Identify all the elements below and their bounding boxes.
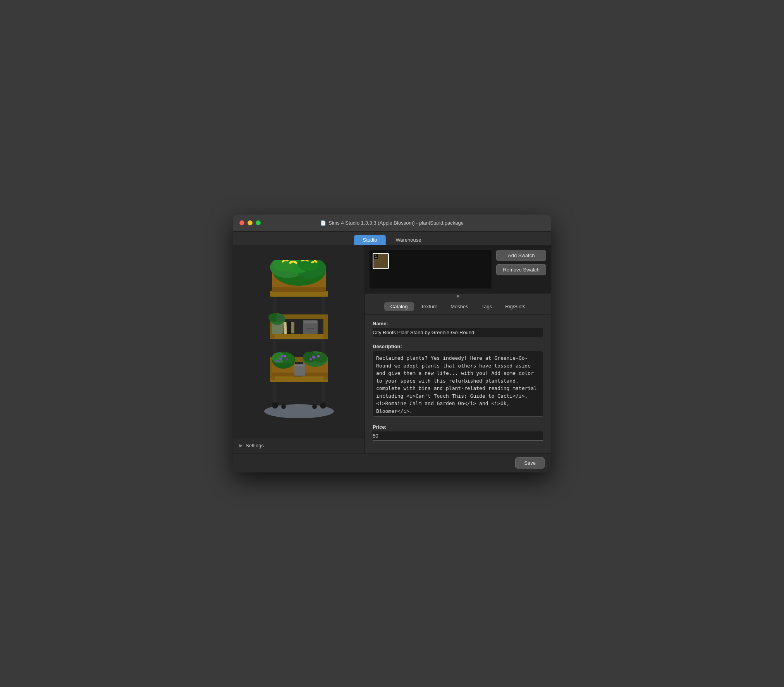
svg-point-57 bbox=[292, 261, 294, 263]
svg-point-19 bbox=[281, 355, 283, 357]
swatch-container: 1 bbox=[370, 250, 492, 289]
svg-point-17 bbox=[279, 357, 282, 361]
tab-tags[interactable]: Tags bbox=[475, 302, 498, 311]
svg-point-4 bbox=[272, 402, 278, 409]
svg-rect-41 bbox=[307, 328, 315, 329]
settings-footer[interactable]: ▶ Settings bbox=[233, 438, 364, 453]
swatch-area: 1 Add Swatch Remove Swatch bbox=[365, 245, 551, 294]
scroll-indicator bbox=[365, 294, 551, 299]
svg-point-66 bbox=[313, 261, 315, 263]
minimize-button[interactable] bbox=[248, 220, 253, 225]
scroll-dot bbox=[457, 295, 459, 297]
description-group: Description: Reclaimed plants? Yes indee… bbox=[373, 344, 543, 418]
svg-point-29 bbox=[309, 358, 312, 361]
bottom-bar: Save bbox=[233, 453, 551, 472]
name-group: Name: bbox=[373, 321, 543, 337]
preview-area bbox=[233, 245, 364, 438]
description-label: Description: bbox=[373, 344, 543, 349]
svg-point-20 bbox=[285, 358, 288, 361]
tab-rig-slots[interactable]: Rig/Slots bbox=[499, 302, 531, 311]
app-window: 📄 Sims 4 Studio 1.3.3.3 (Apple Blossom) … bbox=[233, 215, 551, 472]
main-tab-bar: Studio Warehouse bbox=[233, 232, 551, 245]
svg-rect-32 bbox=[270, 334, 328, 339]
svg-point-28 bbox=[317, 355, 320, 357]
svg-point-7 bbox=[312, 404, 317, 409]
tab-catalog[interactable]: Catalog bbox=[384, 302, 414, 311]
form-content: Name: Description: Reclaimed plants? Yes… bbox=[365, 314, 551, 453]
svg-rect-46 bbox=[270, 291, 328, 297]
name-label: Name: bbox=[373, 321, 543, 326]
remove-swatch-button[interactable]: Remove Swatch bbox=[496, 264, 546, 275]
close-button[interactable] bbox=[239, 220, 244, 225]
chevron-right-icon: ▶ bbox=[239, 443, 242, 448]
save-button[interactable]: Save bbox=[515, 457, 545, 469]
svg-rect-37 bbox=[287, 321, 291, 333]
settings-label: Settings bbox=[246, 443, 264, 448]
svg-point-5 bbox=[320, 402, 326, 409]
tab-meshes[interactable]: Meshes bbox=[444, 302, 475, 311]
plant-stand-preview bbox=[253, 260, 346, 423]
svg-rect-40 bbox=[304, 321, 317, 323]
svg-point-18 bbox=[284, 355, 286, 357]
svg-rect-8 bbox=[270, 376, 328, 382]
svg-rect-35 bbox=[323, 314, 328, 338]
price-label: Price: bbox=[373, 424, 543, 430]
maximize-button[interactable] bbox=[256, 220, 261, 225]
svg-point-16 bbox=[282, 354, 294, 363]
left-panel: ▶ Settings bbox=[233, 245, 365, 453]
svg-rect-1 bbox=[273, 287, 277, 407]
svg-point-6 bbox=[281, 404, 286, 409]
price-input[interactable] bbox=[373, 431, 543, 441]
svg-rect-13 bbox=[272, 373, 295, 376]
window-title: 📄 Sims 4 Studio 1.3.3.3 (Apple Blossom) … bbox=[320, 220, 464, 226]
svg-rect-38 bbox=[291, 322, 294, 333]
tab-texture[interactable]: Texture bbox=[415, 302, 444, 311]
right-panel: 1 Add Swatch Remove Swatch Catalog Textu… bbox=[365, 245, 551, 453]
svg-rect-31 bbox=[295, 365, 304, 366]
price-group: Price: bbox=[373, 424, 543, 441]
tab-warehouse[interactable]: Warehouse bbox=[387, 235, 430, 245]
swatch-buttons: Add Swatch Remove Swatch bbox=[496, 250, 546, 275]
svg-point-21 bbox=[276, 360, 279, 362]
svg-point-27 bbox=[312, 356, 315, 359]
svg-rect-2 bbox=[322, 287, 325, 407]
name-input[interactable] bbox=[373, 328, 543, 337]
tab-studio[interactable]: Studio bbox=[354, 235, 386, 245]
description-textarea[interactable]: Reclaimed plants? Yes indeedy! Here at G… bbox=[373, 351, 543, 417]
swatch-number: 1 bbox=[374, 254, 378, 259]
svg-rect-48 bbox=[272, 287, 326, 292]
main-content: ▶ Settings 1 Add Swatch Remove Swatch bbox=[233, 245, 551, 453]
swatch-item[interactable]: 1 bbox=[373, 253, 389, 269]
traffic-lights bbox=[239, 220, 261, 225]
svg-point-26 bbox=[313, 353, 327, 363]
add-swatch-button[interactable]: Add Swatch bbox=[496, 250, 546, 261]
svg-point-45 bbox=[276, 314, 285, 322]
svg-rect-36 bbox=[283, 322, 287, 333]
sub-tab-bar: Catalog Texture Meshes Tags Rig/Slots bbox=[365, 299, 551, 314]
svg-rect-23 bbox=[303, 373, 328, 376]
title-text: Sims 4 Studio 1.3.3.3 (Apple Blossom) - … bbox=[328, 220, 464, 226]
title-bar: 📄 Sims 4 Studio 1.3.3.3 (Apple Blossom) … bbox=[233, 215, 551, 232]
doc-icon: 📄 bbox=[320, 220, 326, 226]
